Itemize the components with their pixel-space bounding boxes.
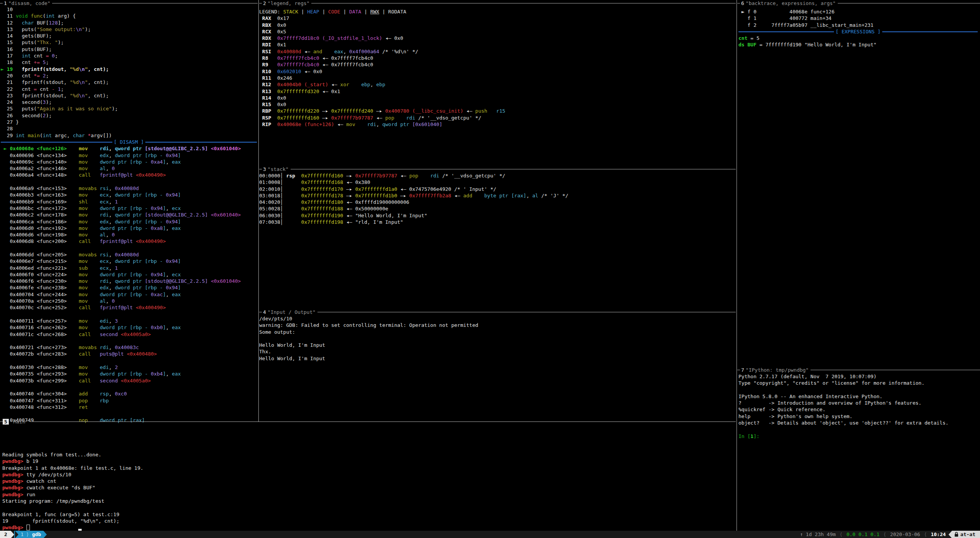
pane-number: 7 [740,367,746,373]
pane-header-registers: 2"legend, regs" [259,0,736,7]
pane-header-io: 4"Input / Output" [259,309,736,315]
header-dash [259,312,262,312]
header-dash [737,3,740,3]
gdb-console-text: Reading symbols from test...done.pwndbg>… [2,451,735,531]
powerline-arrow-icon [11,531,14,538]
pane-title: "legend, regs" [268,0,312,6]
pane-number: 2 [262,0,268,6]
header-dash [0,422,3,422]
status-right: ↑1d 23h 49m ⟨ 0.0 0.1 0.1 ⟨ 2020-03-06 ⟨… [797,531,980,538]
header-line [30,422,736,422]
angle-separator-icon: ⟨ [923,531,928,537]
tmux-window-tab-gdb[interactable]: 1⟩gdb [14,531,43,538]
hostname-text: at-at [960,531,975,537]
header-dash [259,3,262,3]
pane-number: 4 [262,309,268,315]
angle-separator-icon: ⟨ [882,531,888,537]
pane-title: "Main" [9,419,30,425]
io-text: /dev/pts/10warning: GDB: Failed to set c… [259,315,736,362]
lock-icon [954,532,959,537]
header-line [811,370,980,370]
uptime-icon: ↑ [797,531,806,537]
backtrace-text: ► f 0 40068e func+126 f 1 400772 main+34… [738,8,978,48]
header-line [52,3,258,3]
header-dash [737,370,740,370]
pane-divider-vertical-right[interactable] [737,0,737,531]
pane-title: "disasm, code" [8,0,53,6]
status-left: 2 1⟩gdb [0,531,47,538]
hostname-badge: at-at [952,531,980,538]
window-name: gdb [32,531,41,537]
header-line [291,169,736,169]
header-dash [259,169,262,169]
pane-number: 6 [740,0,746,6]
uptime-value: 1d 23h 49m [806,531,839,537]
powerline-arrow-left-icon [949,531,952,538]
registers-text: LEGEND: STACK | HEAP | CODE | DATA | RWX… [259,8,736,128]
disasm-code-text: 10 11 void func(int arg) { 12 char BUF[1… [1,6,257,424]
pane-title: "backtrace, expressions, args" [746,0,838,6]
pane-title: "stack" [268,166,291,172]
header-line [838,3,980,3]
load-average: 0.0 0.1 0.1 [844,531,882,537]
ipython-text: Python 2.7.17 (default, Nov 7 2019, 10:0… [738,373,978,440]
header-line [311,3,736,3]
angle-separator-icon: ⟨ [839,531,844,537]
pane-header-ipython: 7"IPython: tmp/pwndbg" [737,367,980,373]
tmux-session-badge[interactable]: 2 [0,531,11,538]
powerline-notch-icon [15,531,18,538]
pane-number: 3 [262,166,268,172]
status-date: 2020-03-06 [888,531,923,537]
header-dash [0,3,3,3]
pane-title: "IPython: tmp/pwndbg" [746,367,811,373]
stack-text: 00:0000│ rsp 0x7fffffffd160 —▸ 0x7ffff7b… [259,172,736,225]
header-line [317,312,736,312]
tmux-status-bar: 2 1⟩gdb ↑1d 23h 49m ⟨ 0.0 0.1 0.1 ⟨ 2020… [0,531,980,538]
powerline-arrow-icon [43,531,47,538]
pane-header-main: 5"Main" [0,418,736,425]
pane-divider-vertical-left[interactable] [258,0,259,422]
window-separator: ⟩ [26,531,32,537]
pane-number-active: 5 [3,419,9,425]
tmux-terminal-screen: 1"disasm, code" 10 11 void func(int arg)… [0,0,980,538]
pane-header-stack: 3"stack" [259,166,736,172]
pane-header-disasm-code: 1"disasm, code" [0,0,258,7]
pane-header-backtrace: 6"backtrace, expressions, args" [737,0,980,7]
status-time: 10:24 [928,531,949,537]
pane-number: 1 [3,0,8,6]
window-index: 1 [18,531,26,537]
pane-title: "Input / Output" [268,309,317,315]
